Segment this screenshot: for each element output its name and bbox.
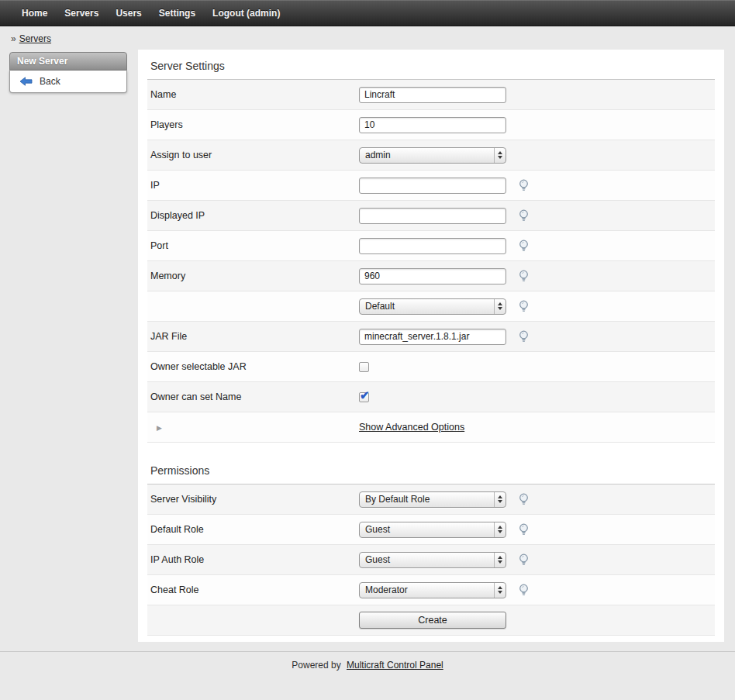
owner-can-set-name-checkbox[interactable]: ✔ (359, 392, 369, 402)
memory-preset-help-bulb-icon[interactable] (518, 300, 530, 312)
field-label-owner-selectable-jar: Owner selectable JAR (147, 361, 359, 372)
ip-input[interactable] (359, 178, 506, 194)
default-role-select-value: Guest (365, 524, 390, 535)
form-row-advanced-options: ▶ Show Advanced Options (147, 412, 715, 443)
memory-help-bulb-icon[interactable] (518, 270, 530, 282)
jar-file-input[interactable] (359, 329, 506, 345)
select-arrows-icon (494, 553, 506, 567)
default-role-select[interactable]: Guest (359, 522, 506, 538)
cheat-role-select-value: Moderator (365, 584, 408, 595)
bulb-graphic (518, 209, 530, 222)
server-settings-form: Name Players Assign to user admin (147, 80, 715, 443)
form-row-jar-file: JAR File (147, 322, 715, 352)
footer: Powered by Multicraft Control Panel (0, 651, 735, 678)
bulb-graphic (518, 179, 530, 191)
assign-to-user-select-value: admin (365, 150, 391, 160)
select-arrows-icon (494, 299, 506, 314)
form-row-owner-can-set-name: Owner can set Name ✔ (147, 382, 715, 412)
field-label-owner-can-set-name: Owner can set Name (147, 391, 359, 402)
nav-item-users[interactable]: Users (107, 0, 150, 26)
assign-to-user-select[interactable]: admin (359, 147, 506, 164)
back-arrow-icon (19, 77, 33, 86)
sidebar-body: Back (9, 71, 127, 93)
form-row-port: Port (147, 231, 715, 261)
name-input[interactable] (359, 87, 506, 103)
ip-auth-role-select-value: Guest (365, 554, 390, 565)
field-label-assign-to-user: Assign to user (147, 150, 359, 160)
bulb-graphic (518, 240, 530, 252)
bulb-graphic (518, 523, 530, 536)
players-input[interactable] (359, 117, 506, 133)
port-help-bulb-icon[interactable] (518, 240, 530, 252)
back-label: Back (40, 76, 60, 87)
field-label-memory: Memory (147, 271, 359, 281)
section-title-server-settings: Server Settings (147, 50, 715, 80)
displayed-ip-input[interactable] (359, 208, 506, 224)
select-arrows-icon (494, 492, 506, 507)
server-visibility-help-bulb-icon[interactable] (518, 493, 530, 505)
nav-item-logout[interactable]: Logout (admin) (204, 0, 288, 26)
jar-file-help-bulb-icon[interactable] (518, 330, 530, 343)
bulb-graphic (518, 553, 530, 566)
form-row-memory-preset: Default (147, 291, 715, 322)
field-label-players: Players (147, 119, 359, 130)
field-label-cheat-role: Cheat Role (147, 584, 359, 595)
ip-help-bulb-icon[interactable] (518, 179, 530, 191)
server-visibility-select[interactable]: By Default Role (359, 491, 506, 508)
select-arrows-icon (494, 522, 506, 537)
bulb-graphic (518, 300, 530, 312)
ip-auth-role-select[interactable]: Guest (359, 552, 506, 568)
nav-item-servers[interactable]: Servers (56, 0, 107, 26)
form-row-assign-to-user: Assign to user admin (147, 140, 715, 171)
select-arrows-icon (494, 148, 506, 163)
memory-preset-select[interactable]: Default (359, 298, 506, 315)
permissions-form: Server Visibility By Default Role (147, 484, 715, 636)
cheat-role-help-bulb-icon[interactable] (518, 584, 530, 596)
field-label-name: Name (147, 89, 359, 100)
nav-item-home[interactable]: Home (13, 0, 56, 26)
select-arrows-icon (494, 583, 506, 598)
form-row-server-visibility: Server Visibility By Default Role (147, 484, 715, 515)
disclosure-triangle-icon[interactable]: ▶ (150, 424, 162, 432)
nav-item-settings[interactable]: Settings (150, 0, 204, 26)
create-button[interactable]: Create (359, 612, 506, 629)
field-label-displayed-ip: Displayed IP (147, 210, 359, 221)
form-row-default-role: Default Role Guest (147, 515, 715, 545)
cheat-role-select[interactable]: Moderator (359, 582, 506, 598)
displayed-ip-help-bulb-icon[interactable] (518, 209, 530, 222)
sidebar-title: New Server (9, 52, 127, 71)
page-layout: New Server Back Server Settings Name (0, 50, 735, 642)
bulb-graphic (518, 584, 530, 596)
form-row-create: Create (147, 605, 715, 636)
check-icon: ✔ (360, 389, 370, 401)
owner-selectable-jar-checkbox[interactable] (359, 362, 369, 372)
show-advanced-options-link[interactable]: Show Advanced Options (359, 422, 464, 433)
default-role-help-bulb-icon[interactable] (518, 523, 530, 536)
server-visibility-select-value: By Default Role (365, 494, 430, 505)
form-row-cheat-role: Cheat Role Moderator (147, 575, 715, 605)
footer-text: Powered by (292, 660, 340, 671)
bulb-graphic (518, 493, 530, 505)
form-row-players: Players (147, 110, 715, 140)
form-row-name: Name (147, 80, 715, 110)
form-row-ip-auth-role: IP Auth Role Guest (147, 545, 715, 575)
sidebar: New Server Back (9, 52, 127, 93)
ip-auth-role-help-bulb-icon[interactable] (518, 553, 530, 566)
bulb-graphic (518, 270, 530, 282)
field-label-port: Port (147, 240, 359, 251)
sidebar-item-back[interactable]: Back (10, 73, 126, 90)
form-row-ip: IP (147, 171, 715, 201)
form-row-memory: Memory (147, 261, 715, 291)
footer-link-multicraft[interactable]: Multicraft Control Panel (347, 660, 443, 671)
field-label-ip: IP (147, 180, 359, 191)
memory-input[interactable] (359, 268, 506, 284)
memory-preset-select-value: Default (365, 301, 395, 312)
field-label-server-visibility: Server Visibility (147, 494, 359, 505)
breadcrumb-link-servers[interactable]: Servers (19, 33, 51, 44)
port-input[interactable] (359, 238, 506, 254)
section-title-permissions: Permissions (147, 443, 715, 484)
top-navigation: Home Servers Users Settings Logout (admi… (0, 0, 735, 26)
form-row-displayed-ip: Displayed IP (147, 201, 715, 231)
field-label-ip-auth-role: IP Auth Role (147, 554, 359, 565)
main-content: Server Settings Name Players Assign to u… (138, 50, 724, 642)
